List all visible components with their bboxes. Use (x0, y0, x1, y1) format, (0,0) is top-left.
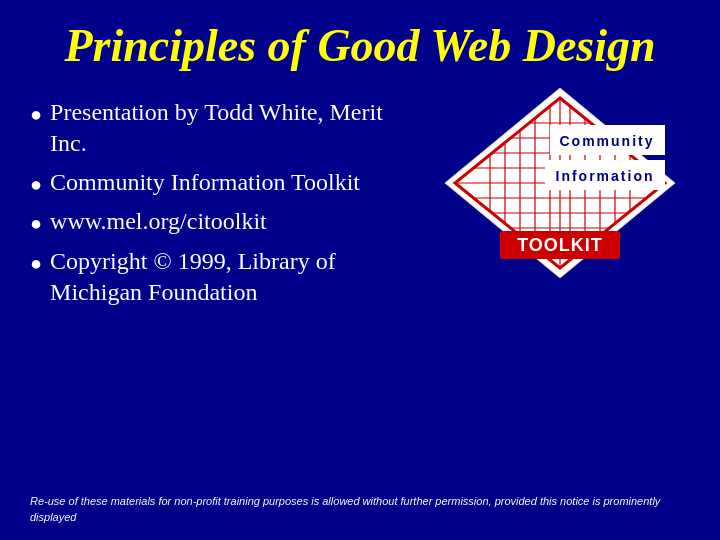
bullet-dot-3: ● (30, 210, 42, 236)
community-text: Community (560, 133, 655, 149)
bullet-dot-1: ● (30, 101, 42, 127)
bullet-item-3: ● www.mel.org/citoolkit (30, 202, 420, 241)
slide: Principles of Good Web Design ● Presenta… (0, 0, 720, 540)
bullet-list: ● Presentation by Todd White, Merit Inc.… (30, 93, 420, 312)
bullet-dot-2: ● (30, 171, 42, 197)
bullet-text-1: Presentation by Todd White, Merit Inc. (50, 97, 420, 159)
bullet-text-4: Copyright © 1999, Library of Michigan Fo… (50, 246, 420, 308)
bullet-item-4: ● Copyright © 1999, Library of Michigan … (30, 242, 420, 312)
toolkit-logo: Community Information TOOLKIT (435, 83, 685, 283)
bullet-item-2: ● Community Information Toolkit (30, 163, 420, 202)
logo-area: Community Information TOOLKIT (430, 83, 690, 283)
bullet-dot-4: ● (30, 250, 42, 276)
bullet-text-2: Community Information Toolkit (50, 167, 420, 198)
slide-title: Principles of Good Web Design (30, 20, 690, 73)
bullet-item-1: ● Presentation by Todd White, Merit Inc. (30, 93, 420, 163)
information-text: Information (556, 168, 655, 184)
content-area: ● Presentation by Todd White, Merit Inc.… (30, 93, 690, 486)
bullet-text-3: www.mel.org/citoolkit (50, 206, 420, 237)
toolkit-text: TOOLKIT (517, 235, 603, 255)
footer-text: Re-use of these materials for non-profit… (30, 494, 690, 525)
